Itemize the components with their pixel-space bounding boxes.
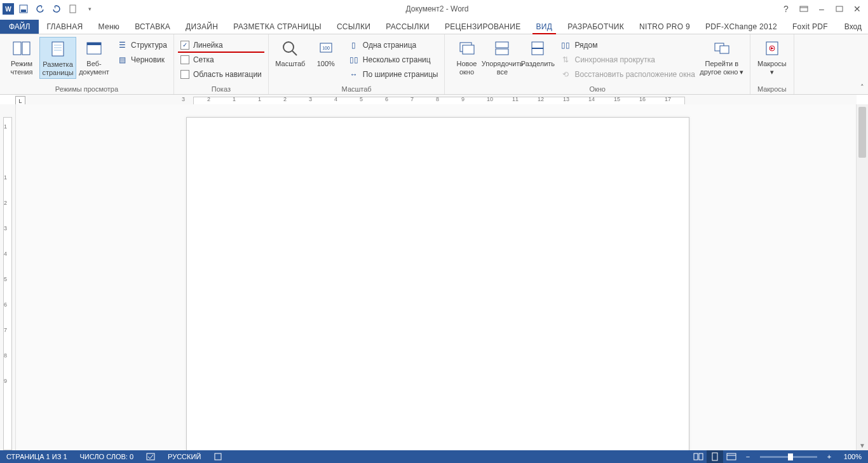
save-button[interactable] [17, 2, 31, 16]
print-view-button[interactable] [707, 450, 723, 463]
zoom-level[interactable]: 100% [837, 453, 868, 460]
status-right: − + 100% [690, 450, 868, 463]
vertical-ruler[interactable]: 1123456789 [0, 104, 16, 450]
group-macros-label: Макросы [754, 85, 790, 93]
svg-rect-5 [836, 6, 843, 11]
status-language[interactable]: РУССКИЙ [161, 450, 207, 463]
read-mode-label: Режим чтения [5, 60, 38, 76]
gridlines-checkbox[interactable]: Сетка [178, 53, 264, 66]
svg-rect-6 [13, 42, 21, 55]
web-layout-button[interactable]: Веб-документ [76, 37, 112, 78]
web-layout-label: Веб-документ [78, 60, 111, 76]
tab-references[interactable]: ССЫЛКИ [329, 20, 378, 34]
word-app-icon: W [3, 3, 14, 15]
tab-nitro[interactable]: NITRO PRO 9 [632, 20, 698, 34]
read-mode-button[interactable]: Режим чтения [4, 37, 39, 78]
status-words[interactable]: ЧИСЛО СЛОВ: 0 [74, 450, 140, 463]
tab-view[interactable]: ВИД [529, 20, 560, 34]
new-window-icon [456, 38, 477, 59]
scroll-thumb[interactable] [858, 107, 866, 158]
side-by-side-button[interactable]: ▯▯Рядом [558, 38, 697, 52]
svg-rect-29 [215, 453, 221, 460]
checkbox-icon [180, 55, 189, 64]
outline-button[interactable]: ☰Структура [114, 38, 170, 52]
ribbon-display-button[interactable] [796, 3, 812, 15]
tab-pdfxchange[interactable]: PDF-XChange 2012 [698, 20, 785, 34]
tab-menu[interactable]: Меню [91, 20, 128, 34]
tab-developer[interactable]: РАЗРАБОТЧИК [560, 20, 632, 34]
arrange-all-button[interactable]: Упорядочить все [484, 37, 520, 78]
svg-rect-30 [694, 453, 698, 460]
ruler-checkbox[interactable]: ✓Линейка [178, 38, 264, 52]
zoom-button[interactable]: Масштаб [273, 37, 308, 69]
maximize-button[interactable] [831, 3, 848, 15]
svg-rect-19 [463, 45, 474, 54]
zoom-slider[interactable] [760, 456, 817, 458]
tab-review[interactable]: РЕЦЕНЗИРОВАНИЕ [437, 20, 529, 34]
help-button[interactable]: ? [778, 3, 794, 15]
page-width-button[interactable]: ↔По ширине страницы [346, 67, 441, 81]
tab-design[interactable]: ДИЗАЙН [178, 20, 226, 34]
svg-point-14 [283, 42, 294, 52]
status-macro-rec[interactable] [207, 450, 229, 463]
new-window-button[interactable]: Новое окно [449, 37, 484, 78]
zoom-out-button[interactable]: − [740, 450, 756, 463]
draft-button[interactable]: ▤Черновик [114, 53, 170, 66]
svg-rect-28 [147, 453, 154, 460]
tab-home[interactable]: ГЛАВНАЯ [39, 20, 90, 34]
sync-scroll-icon: ⇅ [560, 55, 571, 65]
ribbon: Режим чтения Разметка страницы Веб-докум… [0, 34, 868, 95]
group-zoom-label: Масштаб [273, 85, 441, 93]
redo-button[interactable] [50, 2, 64, 16]
zoom-in-button[interactable]: + [821, 450, 837, 463]
zoom-label: Масштаб [275, 60, 305, 68]
svg-text:100: 100 [322, 46, 330, 50]
svg-rect-13 [87, 43, 101, 45]
vertical-scrollbar[interactable]: ▲ ▼ [856, 104, 868, 450]
zoom-100-button[interactable]: 100 100% [308, 37, 344, 69]
page[interactable] [186, 117, 689, 450]
title-bar: W ▾ Документ2 - Word ? – ✕ [0, 0, 868, 18]
scroll-down-button[interactable]: ▼ [857, 440, 868, 450]
print-layout-button[interactable]: Разметка страницы [39, 37, 76, 79]
arrange-label: Упорядочить все [482, 60, 523, 76]
multi-page-button[interactable]: ▯▯Несколько страниц [346, 53, 441, 66]
tab-insert[interactable]: ВСТАВКА [127, 20, 178, 34]
reset-pos-icon: ⟲ [560, 69, 571, 79]
status-proofing[interactable] [140, 450, 161, 463]
tab-foxit[interactable]: Foxit PDF [785, 20, 836, 34]
print-layout-icon [48, 39, 68, 59]
svg-rect-20 [496, 42, 508, 48]
svg-rect-2 [70, 5, 76, 13]
sign-in-link[interactable]: Вход [838, 20, 868, 34]
svg-rect-3 [800, 6, 808, 11]
group-zoom: Масштаб 100 100% ▯Одна страница ▯▯Нескол… [269, 34, 445, 94]
undo-button[interactable] [33, 2, 47, 16]
draft-icon: ▤ [117, 55, 127, 65]
checkbox-checked-icon: ✓ [180, 41, 189, 50]
svg-rect-7 [22, 42, 30, 55]
collapse-ribbon-button[interactable]: ˄ [860, 83, 864, 92]
split-button[interactable]: Разделить [520, 37, 555, 69]
print-layout-label: Разметка страницы [41, 60, 74, 77]
tab-mailings[interactable]: РАССЫЛКИ [378, 20, 437, 34]
close-button[interactable]: ✕ [849, 3, 865, 15]
qat-customize-button[interactable]: ▾ [83, 2, 97, 16]
status-page[interactable]: СТРАНИЦА 1 ИЗ 1 [0, 450, 74, 463]
minimize-button[interactable]: – [813, 3, 830, 15]
zoom-slider-knob[interactable] [788, 453, 793, 460]
reset-pos-button[interactable]: ⟲Восстановить расположение окна [558, 67, 697, 81]
sync-scroll-button[interactable]: ⇅Синхронная прокрутка [558, 53, 697, 66]
new-doc-button[interactable] [66, 2, 80, 16]
web-view-button[interactable] [723, 450, 740, 463]
tab-pagelayout[interactable]: РАЗМЕТКА СТРАНИЦЫ [226, 20, 329, 34]
macros-button[interactable]: Макросы ▾ [754, 37, 790, 78]
document-canvas[interactable] [16, 104, 856, 450]
nav-pane-checkbox[interactable]: Область навигации [178, 67, 264, 81]
zoom-100-label: 100% [317, 60, 335, 68]
one-page-button[interactable]: ▯Одна страница [346, 38, 441, 52]
switch-window-button[interactable]: Перейти в другое окно ▾ [698, 37, 746, 78]
read-view-button[interactable] [690, 450, 707, 463]
macros-icon [762, 38, 782, 59]
file-tab[interactable]: ФАЙЛ [0, 20, 39, 34]
